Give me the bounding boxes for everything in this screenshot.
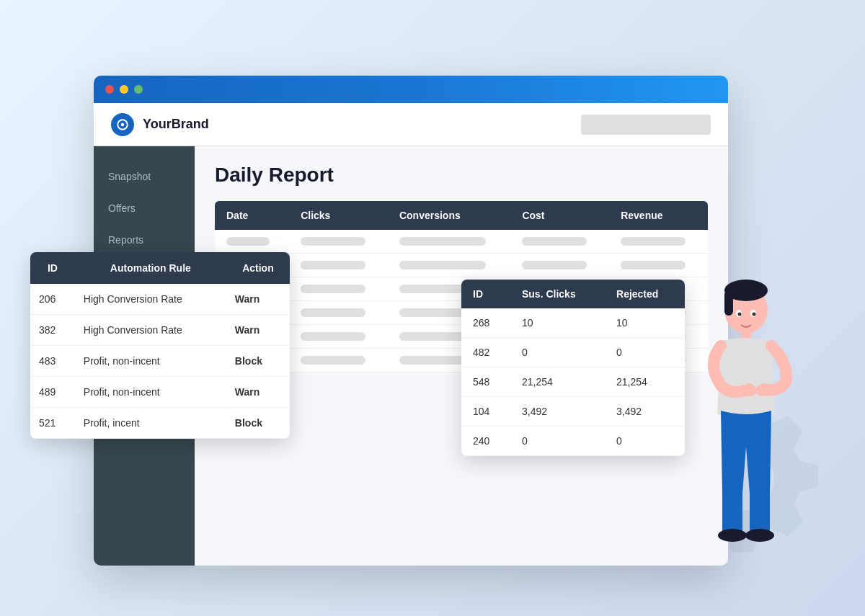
cell-rejected: 21,254 (605, 367, 685, 397)
cell-rule: Profit, incent (75, 408, 226, 439)
cell-cost (510, 230, 609, 254)
cell-sus-clicks: 0 (510, 338, 605, 367)
cell-action: Warn (226, 284, 290, 315)
cell-rule: Profit, non-incent (75, 377, 226, 408)
window-minimize-dot[interactable] (120, 85, 128, 94)
auto-col-id: ID (30, 252, 75, 284)
table-row: 483 Profit, non-incent Block (30, 346, 290, 377)
cell-clicks (289, 301, 388, 325)
cell-rule: Profit, non-incent (75, 346, 226, 377)
sus-col-rejected: Rejected (605, 280, 685, 308)
table-row: 268 10 10 (461, 308, 685, 338)
brand-name: YourBrand (143, 117, 209, 132)
cell-clicks (289, 325, 388, 349)
window-close-dot[interactable] (105, 85, 114, 94)
sidebar-item-reports[interactable]: Reports (94, 224, 195, 256)
sus-clicks-popup: ID Sus. Clicks Rejected 268 10 10 482 0 … (461, 280, 685, 456)
table-row: 104 3,492 3,492 (461, 397, 685, 427)
sus-col-sus-clicks: Sus. Clicks (510, 280, 605, 308)
cell-action: Warn (226, 377, 290, 408)
svg-rect-4 (724, 290, 733, 316)
app-header: YourBrand (94, 103, 728, 146)
header-search-placeholder (581, 115, 711, 135)
cell-sus-clicks: 21,254 (510, 367, 605, 397)
cell-revenue (609, 230, 708, 254)
cell-id: 489 (30, 377, 75, 408)
cell-rejected: 10 (605, 308, 685, 338)
svg-rect-8 (722, 483, 742, 533)
table-row: 240 0 0 (461, 427, 685, 456)
page-title: Daily Report (215, 164, 708, 187)
cell-action: Block (226, 346, 290, 377)
col-date: Date (215, 201, 289, 230)
table-row: 482 0 0 (461, 338, 685, 367)
cell-id: 548 (461, 367, 510, 397)
cell-clicks (289, 254, 388, 277)
cell-id: 240 (461, 427, 510, 456)
cell-sus-clicks: 10 (510, 308, 605, 338)
table-row: 521 Profit, incent Block (30, 408, 290, 439)
cell-rejected: 3,492 (605, 397, 685, 427)
table-row: 548 21,254 21,254 (461, 367, 685, 397)
cell-conversions (388, 230, 510, 254)
sus-col-id: ID (461, 280, 510, 308)
svg-point-6 (755, 385, 770, 396)
window-maximize-dot[interactable] (134, 85, 143, 94)
cell-clicks (289, 349, 388, 372)
table-row (215, 230, 708, 254)
cell-id: 483 (30, 346, 75, 377)
cell-id: 104 (461, 397, 510, 427)
cell-id: 521 (30, 408, 75, 439)
cell-rejected: 0 (605, 338, 685, 367)
svg-point-7 (742, 385, 757, 396)
auto-col-rule: Automation Rule (75, 252, 226, 284)
cell-sus-clicks: 0 (510, 427, 605, 456)
table-row: 382 High Conversion Rate Warn (30, 315, 290, 346)
person-illustration (685, 270, 807, 573)
cell-clicks (289, 277, 388, 301)
table-row: 206 High Conversion Rate Warn (30, 284, 290, 315)
auto-col-action: Action (226, 252, 290, 284)
col-cost: Cost (510, 201, 609, 230)
cell-action: Block (226, 408, 290, 439)
brand-icon (111, 113, 134, 136)
cell-rejected: 0 (605, 427, 685, 456)
sidebar-item-offers[interactable]: Offers (94, 192, 195, 224)
svg-point-10 (718, 529, 747, 542)
cell-id: 268 (461, 308, 510, 338)
svg-point-15 (753, 313, 756, 316)
cell-cost (510, 254, 609, 277)
browser-titlebar (94, 76, 728, 103)
svg-point-11 (745, 529, 774, 542)
col-revenue: Revenue (609, 201, 708, 230)
cell-sus-clicks: 3,492 (510, 397, 605, 427)
table-row: 489 Profit, non-incent Warn (30, 377, 290, 408)
cell-id: 382 (30, 315, 75, 346)
cell-id: 482 (461, 338, 510, 367)
col-clicks: Clicks (289, 201, 388, 230)
cell-id: 206 (30, 284, 75, 315)
cell-action: Warn (226, 315, 290, 346)
cell-rule: High Conversion Rate (75, 315, 226, 346)
col-conversions: Conversions (388, 201, 510, 230)
cell-clicks (289, 230, 388, 254)
svg-point-1 (121, 122, 125, 126)
cell-date (215, 230, 289, 254)
automation-rules-popup: ID Automation Rule Action 206 High Conve… (30, 252, 290, 439)
cell-conversions (388, 254, 510, 277)
svg-rect-9 (750, 483, 770, 533)
sidebar-item-snapshot[interactable]: Snapshot (94, 161, 195, 192)
cell-rule: High Conversion Rate (75, 284, 226, 315)
svg-point-14 (738, 313, 742, 316)
